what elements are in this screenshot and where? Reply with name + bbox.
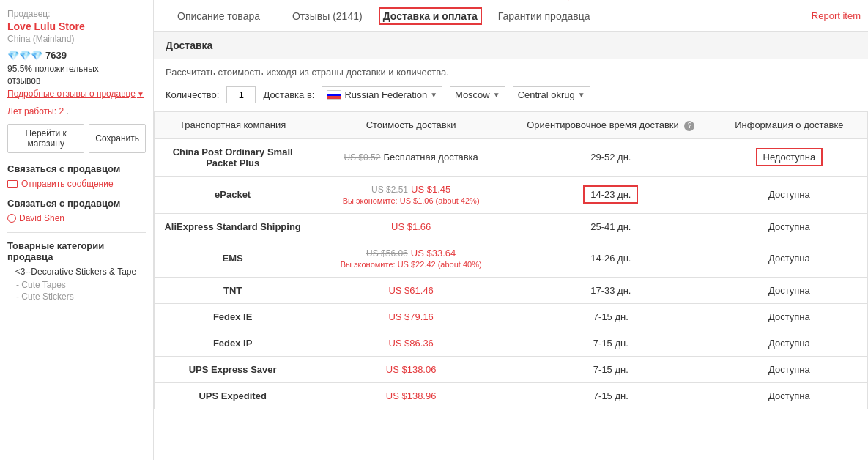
go-to-store-button[interactable]: Перейти к магазину: [7, 124, 84, 153]
agent-link[interactable]: David Shen: [7, 213, 146, 223]
sidebar: Продавец: Love Lulu Store China (Mainlan…: [0, 0, 154, 460]
region-name: Central okrug: [518, 89, 575, 100]
reviews-label: отзывов: [7, 75, 146, 86]
shipping-company: EMS: [155, 240, 311, 277]
shipping-company: China Post Ordinary Small Packet Plus: [155, 138, 311, 176]
price-original: US $56.06: [366, 248, 408, 259]
shipping-info: Доступна: [711, 277, 867, 303]
shipping-time: 14-23 дн.: [511, 176, 711, 213]
shipping-company: AliExpress Standard Shipping: [155, 213, 311, 240]
country-name: Russian Federation: [344, 89, 427, 100]
available-text: Доступна: [768, 189, 810, 200]
contact-seller-title-2: Связаться с продавцом: [7, 198, 146, 209]
tab-delivery[interactable]: Доставка и оплата: [379, 7, 482, 25]
save-text: Вы экономите: US $22.42 (about 40%): [341, 260, 482, 269]
delivery-calc-text: Рассчитать стоимость исходя из страны до…: [154, 59, 868, 82]
years-work: Лет работы: 2 .: [7, 106, 146, 116]
delivery-controls: Количество: Доставка в: Russian Federati…: [154, 82, 868, 111]
time-help-icon[interactable]: ?: [684, 121, 694, 131]
tab-description[interactable]: Описание товара: [161, 0, 276, 32]
shipping-time: 25-41 дн.: [511, 213, 711, 240]
region-dropdown-arrow: ▼: [578, 91, 585, 99]
shipping-company: TNT: [155, 277, 311, 303]
russia-flag-icon: [327, 90, 341, 100]
shipping-time: 7-15 дн.: [511, 356, 711, 382]
country-dropdown-arrow: ▼: [430, 91, 437, 99]
price-current: US $1.45: [411, 184, 450, 195]
shipping-company: UPS Express Saver: [155, 356, 311, 382]
tab-reviews[interactable]: Отзывы (2141): [276, 0, 379, 32]
city-select[interactable]: Moscow ▼: [450, 86, 505, 103]
available-text: Доступна: [768, 253, 810, 264]
available-text: Доступна: [768, 221, 810, 232]
price-current: US $61.46: [388, 285, 433, 296]
store-name[interactable]: Love Lulu Store: [7, 21, 146, 32]
table-row: Fedex IEUS $79.167-15 дн.Доступна: [155, 303, 868, 330]
to-label: Доставка в:: [263, 89, 314, 100]
shipping-cost: US $0.52Бесплатная доставка: [311, 138, 511, 176]
shipping-cost: US $1.66: [311, 213, 511, 240]
price-current: US $138.06: [386, 364, 437, 375]
reviews-details-link[interactable]: Подробные отзывы о продавце ▼: [7, 89, 146, 99]
qty-label: Количество:: [166, 89, 219, 100]
shipping-cost: US $79.16: [311, 303, 511, 330]
shipping-cost: US $56.06US $33.64Вы экономите: US $22.4…: [311, 240, 511, 277]
shipping-time: 7-15 дн.: [511, 330, 711, 356]
minus-icon: –: [7, 267, 12, 277]
shipping-info: Доступна: [711, 356, 867, 382]
price-current: US $1.66: [391, 221, 431, 232]
price-current: US $86.36: [388, 338, 433, 349]
tab-guarantees[interactable]: Гарантии продавца: [482, 0, 607, 32]
contact-seller-title-1: Связаться с продавцом: [7, 163, 146, 174]
shipping-time: 7-15 дн.: [511, 382, 711, 409]
qty-input[interactable]: [226, 86, 256, 103]
shipping-info: Доступна: [711, 213, 867, 240]
price-original: US $0.52: [344, 152, 380, 163]
shipping-time: 7-15 дн.: [511, 303, 711, 330]
categories-title: Товарные категории продавца: [7, 232, 146, 262]
available-text: Доступна: [768, 364, 810, 375]
shipping-info: Доступна: [711, 330, 867, 356]
shipping-info: Доступна: [711, 240, 867, 277]
time-highlighted: 14-23 дн.: [583, 185, 638, 204]
shipping-company: UPS Expedited: [155, 382, 311, 409]
table-row: China Post Ordinary Small Packet PlusUS …: [155, 138, 868, 176]
region-select[interactable]: Central okrug ▼: [513, 86, 590, 103]
send-message-button[interactable]: Отправить сообщение: [7, 179, 146, 189]
envelope-icon: [7, 180, 18, 188]
tabs-bar: Описание товара Отзывы (2141) Доставка и…: [154, 0, 868, 32]
table-row: Fedex IPUS $86.367-15 дн.Доступна: [155, 330, 868, 356]
col-time: Ориентировочное время доставки ?: [511, 112, 711, 139]
price-current: US $33.64: [411, 248, 456, 259]
table-row: TNTUS $61.4617-33 дн.Доступна: [155, 277, 868, 303]
col-info: Информация о доставке: [711, 112, 867, 139]
rating-score: 7639: [45, 50, 67, 61]
city-name: Moscow: [455, 89, 490, 100]
available-text: Доступна: [768, 390, 810, 401]
shipping-cost: US $138.06: [311, 356, 511, 382]
sub-category-1[interactable]: - Cute Tapes: [16, 280, 146, 290]
available-text: Доступна: [768, 338, 810, 349]
shipping-company: Fedex IE: [155, 303, 311, 330]
shipping-company: Fedex IP: [155, 330, 311, 356]
price-current: US $138.96: [386, 390, 437, 401]
report-item-link[interactable]: Report item: [812, 1, 861, 30]
shipping-time: 29-52 дн.: [511, 138, 711, 176]
category-item-1[interactable]: – <3--Decorative Stickers & Tape: [7, 267, 146, 277]
shipping-cost: US $61.46: [311, 277, 511, 303]
delivery-section: Доставка Рассчитать стоимость исходя из …: [154, 32, 868, 460]
diamond-icons: 💎💎💎: [7, 50, 42, 61]
sub-category-2[interactable]: - Cute Stickers: [16, 292, 146, 302]
country-select[interactable]: Russian Federation ▼: [322, 86, 442, 103]
table-row: UPS ExpeditedUS $138.967-15 дн.Доступна: [155, 382, 868, 409]
shipping-cost: US $86.36: [311, 330, 511, 356]
table-row: ePacketUS $2.51US $1.45Вы экономите: US …: [155, 176, 868, 213]
table-row: AliExpress Standard ShippingUS $1.6625-4…: [155, 213, 868, 240]
price-current: US $79.16: [388, 311, 433, 322]
shipping-cost: US $2.51US $1.45Вы экономите: US $1.06 (…: [311, 176, 511, 213]
rating-row: 💎💎💎 7639: [7, 50, 146, 61]
main-content: Описание товара Отзывы (2141) Доставка и…: [154, 0, 868, 460]
save-button[interactable]: Сохранить: [89, 124, 146, 153]
seller-label: Продавец:: [7, 9, 146, 19]
shipping-info: Доступна: [711, 382, 867, 409]
